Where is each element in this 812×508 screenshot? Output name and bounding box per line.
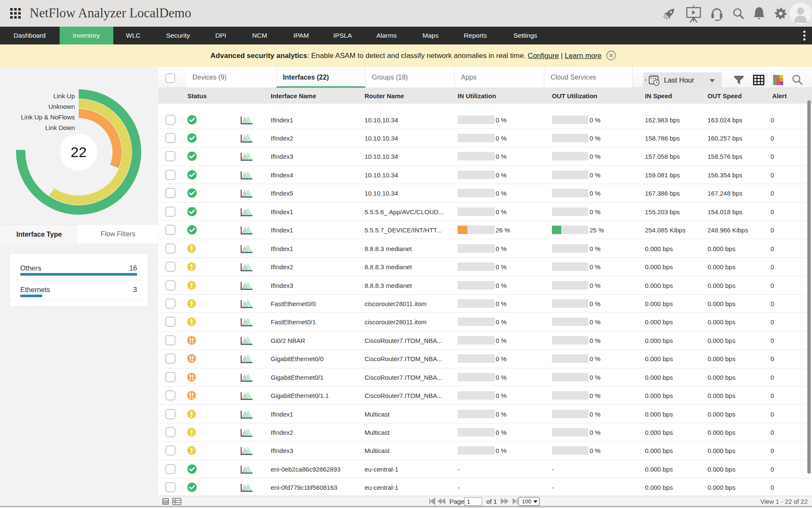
svg-text:22: 22 <box>71 144 87 160</box>
